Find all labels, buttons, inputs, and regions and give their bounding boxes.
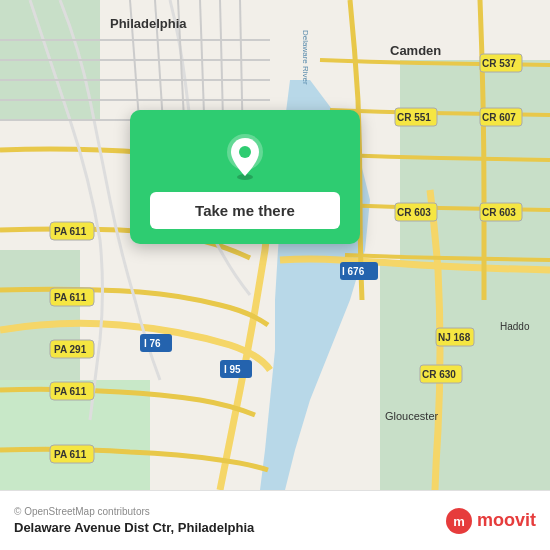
svg-text:Camden: Camden <box>390 43 441 58</box>
location-name: Delaware Avenue Dist Ctr, Philadelphia <box>14 520 254 535</box>
svg-text:I 76: I 76 <box>144 338 161 349</box>
copyright-text: © OpenStreetMap contributors <box>14 506 254 517</box>
svg-text:Delaware River: Delaware River <box>301 30 310 85</box>
svg-text:CR 607: CR 607 <box>482 112 516 123</box>
svg-text:Haddo: Haddo <box>500 321 530 332</box>
moovit-brand-icon: m <box>445 507 473 535</box>
svg-text:I 676: I 676 <box>342 266 365 277</box>
svg-text:CR 603: CR 603 <box>482 207 516 218</box>
svg-text:CR 551: CR 551 <box>397 112 431 123</box>
svg-text:PA 611: PA 611 <box>54 226 87 237</box>
svg-text:PA 611: PA 611 <box>54 449 87 460</box>
svg-text:I 95: I 95 <box>224 364 241 375</box>
svg-rect-3 <box>380 260 550 490</box>
svg-text:Philadelphia: Philadelphia <box>110 16 187 31</box>
svg-point-55 <box>239 146 251 158</box>
svg-text:NJ 168: NJ 168 <box>438 332 471 343</box>
svg-text:CR 630: CR 630 <box>422 369 456 380</box>
bottom-left: © OpenStreetMap contributors Delaware Av… <box>14 506 254 535</box>
svg-text:CR 603: CR 603 <box>397 207 431 218</box>
svg-text:PA 611: PA 611 <box>54 292 87 303</box>
location-card: Take me there <box>130 110 360 244</box>
moovit-logo: m moovit <box>445 507 536 535</box>
moovit-text: moovit <box>477 510 536 531</box>
svg-text:PA 611: PA 611 <box>54 386 87 397</box>
map-background: Philadelphia Camden Gloucester PA 611 PA… <box>0 0 550 490</box>
take-me-there-button[interactable]: Take me there <box>150 192 340 229</box>
svg-text:CR 537: CR 537 <box>482 58 516 69</box>
svg-text:m: m <box>453 514 465 529</box>
pin-icon <box>220 130 270 180</box>
svg-text:Gloucester: Gloucester <box>385 410 439 422</box>
map-container: Philadelphia Camden Gloucester PA 611 PA… <box>0 0 550 490</box>
bottom-bar: © OpenStreetMap contributors Delaware Av… <box>0 490 550 550</box>
svg-text:PA 291: PA 291 <box>54 344 87 355</box>
